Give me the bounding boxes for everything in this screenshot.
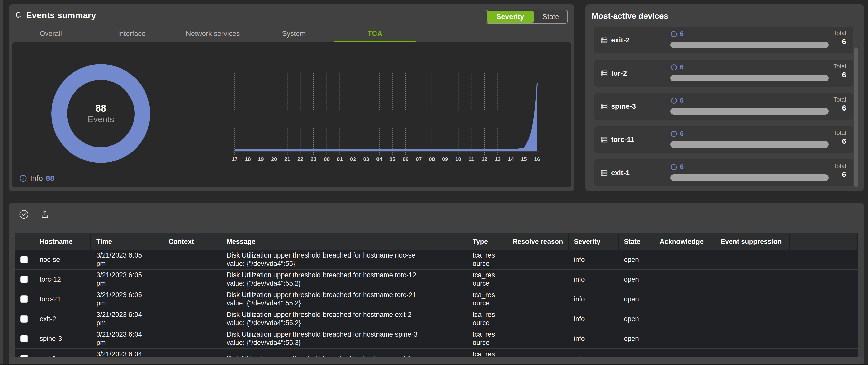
cell-hostname: exit-1 (34, 349, 91, 357)
events-tab[interactable]: Overall (10, 27, 91, 42)
events-tab[interactable]: Network services (172, 27, 253, 42)
acknowledge-check-circle-icon[interactable] (19, 209, 29, 220)
svg-text:07: 07 (416, 156, 422, 162)
device-card[interactable]: tor-2 6 (594, 60, 853, 87)
svg-text:01: 01 (337, 156, 343, 162)
device-name: exit-1 (611, 169, 629, 177)
cell-type: tca_res ource (467, 290, 507, 309)
svg-text:02: 02 (350, 156, 356, 162)
events-table: Hostname Time Context Message Type Resol… (15, 233, 858, 357)
svg-text:06: 06 (403, 156, 408, 162)
row-checkbox[interactable] (20, 256, 28, 263)
cell-event-suppression (715, 290, 790, 309)
events-table-panel: Hostname Time Context Message Type Resol… (9, 203, 864, 365)
svg-text:08: 08 (429, 156, 435, 162)
table-column-header[interactable]: Message (221, 233, 467, 250)
info-icon (671, 97, 678, 104)
table-column-header[interactable]: Severity (569, 233, 619, 250)
device-total-value: 6 (833, 170, 846, 179)
device-icon (600, 169, 608, 177)
cell-state: open (619, 329, 654, 348)
table-column-header[interactable]: Context (163, 233, 221, 250)
svg-text:11: 11 (468, 156, 474, 162)
donut-value: 88 (95, 103, 106, 114)
table-column-header[interactable]: Event suppression (715, 233, 790, 250)
table-row[interactable]: torc-21 3/21/2023 6:05 pm Disk Utilizati… (15, 290, 858, 309)
cell-time: 3/21/2023 6:05 pm (91, 250, 163, 269)
table-column-header[interactable]: Hostname (34, 233, 91, 250)
events-tab[interactable]: System (253, 27, 335, 42)
legend-count: 88 (46, 174, 54, 183)
table-row[interactable]: torc-12 3/21/2023 6:05 pm Disk Utilizati… (15, 270, 858, 290)
events-tab[interactable]: TCA (335, 27, 415, 42)
cell-message: Disk Utilization upper threshold breache… (221, 349, 467, 357)
svg-text:21: 21 (284, 156, 290, 162)
device-activity-bar (671, 41, 829, 48)
cell-type: tca_res ource (467, 250, 507, 269)
device-card[interactable]: exit-1 6 (594, 159, 853, 186)
events-tab[interactable]: Interface (91, 27, 172, 42)
device-info-count: 6 (680, 63, 684, 71)
table-body: noc-se 3/21/2023 6:05 pm Disk Utilizatio… (15, 250, 858, 357)
svg-text:22: 22 (298, 156, 303, 162)
device-card[interactable]: exit-2 6 (594, 27, 853, 54)
row-checkbox[interactable] (20, 315, 28, 323)
info-icon (671, 31, 678, 38)
svg-text:20: 20 (271, 156, 277, 162)
svg-text:23: 23 (311, 156, 316, 162)
row-checkbox[interactable] (20, 335, 28, 342)
table-row[interactable]: exit-1 3/21/2023 6:04 pm Disk Utilizatio… (15, 349, 858, 357)
device-total-value: 6 (833, 70, 846, 79)
cell-severity: info (569, 270, 619, 289)
table-column-header[interactable]: Type (467, 233, 507, 250)
cell-context (163, 270, 221, 289)
table-column-header[interactable]: Acknowledge (654, 233, 715, 250)
cell-acknowledge (654, 290, 715, 309)
table-column-header[interactable]: State (619, 233, 654, 250)
svg-text:14: 14 (508, 156, 514, 162)
export-upload-icon[interactable] (40, 209, 50, 219)
cell-event-suppression (715, 349, 790, 357)
events-chart-container: 88 Events 171819202122230001020304050607… (12, 42, 571, 187)
device-total-value: 6 (833, 37, 846, 46)
cell-state: open (619, 250, 654, 269)
cell-resolve-reason (507, 270, 569, 289)
table-column-header[interactable] (790, 233, 858, 250)
cell-hostname: torc-21 (34, 290, 91, 309)
cell-resolve-reason (507, 329, 569, 348)
row-checkbox[interactable] (20, 355, 28, 357)
svg-text:19: 19 (258, 156, 264, 162)
svg-text:04: 04 (376, 156, 382, 162)
device-total-value: 6 (833, 137, 846, 146)
table-horizontal-scrollbar[interactable] (9, 357, 864, 364)
table-row[interactable]: noc-se 3/21/2023 6:05 pm Disk Utilizatio… (15, 250, 858, 270)
row-checkbox[interactable] (20, 295, 28, 303)
cell-context (163, 250, 221, 269)
svg-text:13: 13 (495, 156, 501, 162)
svg-text:17: 17 (231, 156, 238, 162)
table-column-header[interactable] (15, 233, 34, 250)
device-total-label: Total (833, 63, 846, 70)
table-row[interactable]: exit-2 3/21/2023 6:04 pm Disk Utilizatio… (15, 309, 858, 329)
table-row[interactable]: spine-3 3/21/2023 6:04 pm Disk Utilizati… (15, 329, 858, 349)
cell-context (163, 329, 221, 348)
devices-scrollbar[interactable] (854, 48, 858, 187)
state-toggle-button[interactable]: State (534, 10, 567, 23)
events-summary-panel: Events summary Severity State Overall In… (9, 4, 575, 191)
table-column-header[interactable]: Time (91, 233, 163, 250)
cell-type: tca_res ource (467, 309, 507, 329)
table-column-header[interactable]: Resolve reason (507, 233, 569, 250)
most-active-devices-panel: Most-active devices exit-2 (585, 4, 864, 191)
device-card[interactable]: torc-11 6 (594, 126, 853, 153)
severity-state-toggle: Severity State (486, 10, 568, 24)
severity-toggle-button[interactable]: Severity (487, 11, 534, 23)
device-info-count: 6 (680, 130, 684, 138)
device-total-label: Total (833, 129, 846, 136)
bell-icon (14, 11, 23, 20)
cell-state: open (619, 349, 654, 357)
row-checkbox[interactable] (20, 276, 28, 283)
cell-context (163, 309, 221, 329)
cell-message: Disk Utilization upper threshold breache… (221, 290, 467, 309)
device-activity-bar (671, 141, 829, 148)
device-card[interactable]: spine-3 6 (594, 93, 853, 120)
